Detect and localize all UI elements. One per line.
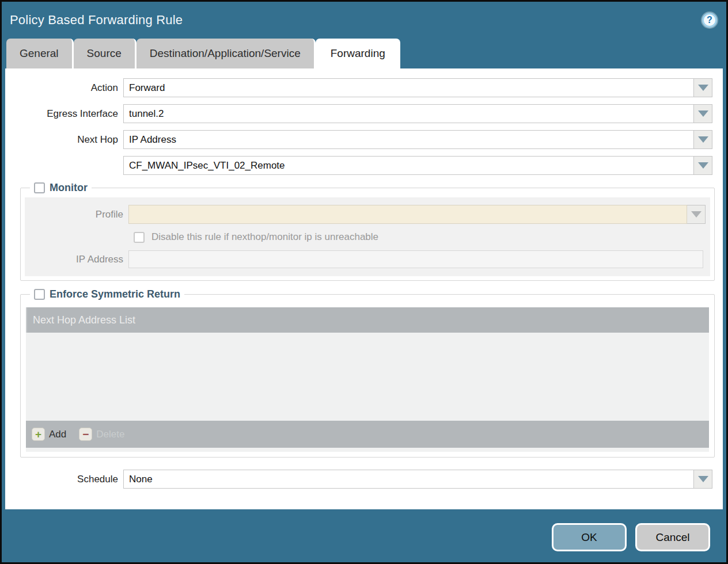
egress-interface-row: Egress Interface tunnel.2 (5, 104, 712, 123)
tab-general[interactable]: General (6, 39, 74, 68)
action-dropdown-button[interactable] (694, 78, 712, 97)
chevron-down-icon (698, 476, 708, 482)
help-icon[interactable]: ? (702, 13, 717, 28)
delete-button-label: Delete (96, 429, 124, 440)
table-body-empty[interactable] (26, 333, 709, 421)
profile-select (128, 205, 687, 224)
action-label: Action (5, 82, 123, 94)
chevron-down-icon (698, 110, 708, 117)
monitor-legend: Monitor (30, 182, 92, 194)
schedule-label: Schedule (5, 474, 123, 485)
action-select[interactable]: Forward (123, 78, 694, 97)
policy-based-forwarding-dialog: Policy Based Forwarding Rule ? General S… (0, 0, 728, 564)
action-row: Action Forward (5, 78, 712, 97)
chevron-down-icon (691, 211, 702, 218)
disable-rule-checkbox (134, 232, 145, 243)
disable-rule-row: Disable this rule if nexthop/monitor ip … (25, 231, 706, 243)
schedule-row: Schedule None (5, 470, 712, 489)
dialog-footer: OK Cancel (2, 509, 726, 562)
schedule-dropdown-button[interactable] (694, 470, 712, 489)
dialog-title: Policy Based Forwarding Rule (10, 13, 183, 28)
schedule-select[interactable]: None (123, 470, 694, 489)
chevron-down-icon (698, 136, 708, 143)
add-icon: + (32, 428, 45, 441)
symmetric-return-legend: Enforce Symmetric Return (30, 288, 184, 300)
next-hop-address-dropdown-button[interactable] (694, 156, 712, 175)
disable-rule-label: Disable this rule if nexthop/monitor ip … (151, 231, 378, 243)
tab-bar: General Source Destination/Application/S… (2, 39, 726, 68)
table-header-next-hop-address-list: Next Hop Address List (26, 307, 709, 333)
monitor-ip-row: IP Address (25, 250, 706, 268)
chevron-down-icon (698, 85, 708, 91)
profile-row: Profile (25, 205, 706, 224)
add-button-label: Add (49, 429, 66, 440)
dialog-titlebar: Policy Based Forwarding Rule ? (2, 2, 726, 39)
forwarding-tab-panel: Action Forward Egress Interface tunnel.2… (5, 68, 723, 509)
egress-interface-dropdown-button[interactable] (694, 104, 712, 123)
delete-button: − Delete (79, 428, 124, 441)
next-hop-address-select[interactable]: CF_MWAN_IPsec_VTI_02_Remote (123, 156, 694, 175)
next-hop-label: Next Hop (5, 134, 123, 146)
monitor-fieldset: Monitor Profile Disable this rule if nex… (20, 182, 715, 281)
profile-label: Profile (25, 209, 128, 220)
symmetric-return-fieldset: Enforce Symmetric Return Next Hop Addres… (20, 288, 715, 458)
ok-button[interactable]: OK (552, 523, 627, 551)
symmetric-return-legend-label: Enforce Symmetric Return (50, 288, 180, 300)
next-hop-row: Next Hop IP Address (5, 130, 712, 149)
next-hop-type-select[interactable]: IP Address (123, 130, 694, 149)
egress-interface-select[interactable]: tunnel.2 (123, 104, 694, 123)
cancel-button[interactable]: Cancel (635, 523, 710, 551)
tab-source[interactable]: Source (74, 39, 136, 68)
next-hop-address-table: Next Hop Address List + Add − Delete (26, 307, 709, 452)
monitor-ip-input (128, 250, 703, 268)
egress-interface-label: Egress Interface (5, 108, 123, 120)
tab-forwarding[interactable]: Forwarding (316, 39, 400, 68)
delete-icon: − (79, 428, 92, 441)
monitor-legend-label: Monitor (50, 182, 88, 194)
table-toolbar: + Add − Delete (26, 421, 709, 448)
monitor-checkbox[interactable] (34, 182, 45, 193)
next-hop-dropdown-button[interactable] (694, 130, 712, 149)
symmetric-return-checkbox[interactable] (34, 289, 45, 300)
next-hop-address-row: CF_MWAN_IPsec_VTI_02_Remote (5, 156, 712, 175)
monitor-ip-label: IP Address (25, 254, 128, 265)
chevron-down-icon (698, 162, 708, 169)
tab-destination-application-service[interactable]: Destination/Application/Service (136, 39, 316, 68)
profile-dropdown-button (687, 205, 706, 224)
monitor-panel: Profile Disable this rule if nexthop/mon… (25, 197, 710, 276)
add-button[interactable]: + Add (32, 428, 66, 441)
